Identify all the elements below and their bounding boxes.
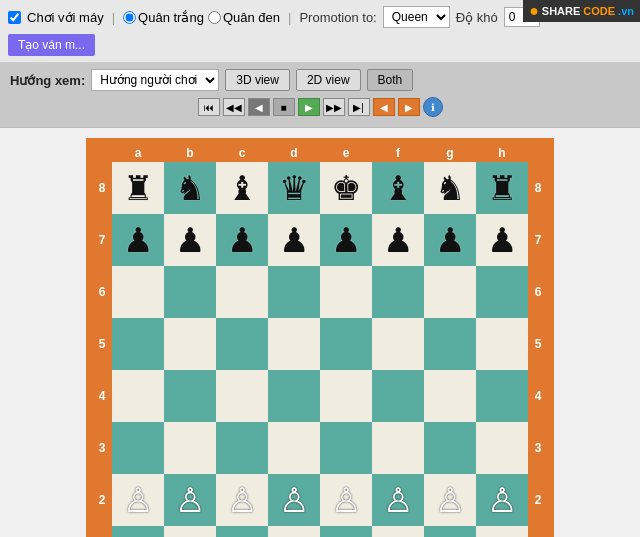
stop-button[interactable]: ■ — [273, 98, 295, 116]
right-rank-labels: 8 7 6 5 4 3 2 1 — [528, 162, 548, 537]
play-with-computer-checkbox[interactable] — [8, 11, 21, 24]
square-c2[interactable]: ♙ — [216, 474, 268, 526]
left-arrow-button[interactable]: ◀ — [373, 98, 395, 116]
square-c3[interactable] — [216, 422, 268, 474]
square-e3[interactable] — [320, 422, 372, 474]
rank-6-right: 6 — [528, 266, 548, 318]
chess-board: ShareCode.vn Copyright © ShareCode.vn ♜♞… — [112, 162, 528, 537]
rank-4-left: 4 — [92, 370, 112, 422]
square-g2[interactable]: ♙ — [424, 474, 476, 526]
square-d2[interactable]: ♙ — [268, 474, 320, 526]
square-f7[interactable]: ♟ — [372, 214, 424, 266]
3d-view-button[interactable]: 3D view — [225, 69, 290, 91]
square-g1[interactable]: ♘ — [424, 526, 476, 537]
square-h7[interactable]: ♟ — [476, 214, 528, 266]
square-a7[interactable]: ♟ — [112, 214, 164, 266]
logo: ● SHARECODE.vn — [523, 0, 640, 22]
square-d1[interactable]: ♕ — [268, 526, 320, 537]
both-view-button[interactable]: Both — [367, 69, 414, 91]
file-f-top: f — [372, 144, 424, 162]
square-h1[interactable]: ♖ — [476, 526, 528, 537]
create-game-button[interactable]: Tạo ván m... — [8, 34, 95, 56]
info-button[interactable]: ℹ — [423, 97, 443, 117]
square-e2[interactable]: ♙ — [320, 474, 372, 526]
square-f2[interactable]: ♙ — [372, 474, 424, 526]
2d-view-button[interactable]: 2D view — [296, 69, 361, 91]
square-a3[interactable] — [112, 422, 164, 474]
square-g4[interactable] — [424, 370, 476, 422]
square-e5[interactable] — [320, 318, 372, 370]
square-d3[interactable] — [268, 422, 320, 474]
square-a2[interactable]: ♙ — [112, 474, 164, 526]
square-h4[interactable] — [476, 370, 528, 422]
square-h6[interactable] — [476, 266, 528, 318]
prev1-button[interactable]: ◀ — [248, 98, 270, 116]
square-a1[interactable]: ♖ — [112, 526, 164, 537]
white-radio[interactable] — [123, 11, 136, 24]
piece-a7: ♟ — [123, 223, 153, 257]
square-f6[interactable] — [372, 266, 424, 318]
square-b1[interactable]: ♘ — [164, 526, 216, 537]
piece-e2: ♙ — [331, 483, 361, 517]
square-a6[interactable] — [112, 266, 164, 318]
piece-e8: ♚ — [331, 171, 361, 205]
square-b8[interactable]: ♞ — [164, 162, 216, 214]
square-b7[interactable]: ♟ — [164, 214, 216, 266]
black-radio[interactable] — [208, 11, 221, 24]
square-d7[interactable]: ♟ — [268, 214, 320, 266]
square-f4[interactable] — [372, 370, 424, 422]
square-e8[interactable]: ♚ — [320, 162, 372, 214]
square-f8[interactable]: ♝ — [372, 162, 424, 214]
prev2-button[interactable]: ◀◀ — [223, 98, 245, 116]
square-a8[interactable]: ♜ — [112, 162, 164, 214]
square-e7[interactable]: ♟ — [320, 214, 372, 266]
square-g5[interactable] — [424, 318, 476, 370]
square-d5[interactable] — [268, 318, 320, 370]
rank-8-left: 8 — [92, 162, 112, 214]
right-arrow-button[interactable]: ▶ — [398, 98, 420, 116]
white-radio-label[interactable]: Quân trắng — [123, 10, 204, 25]
square-e6[interactable] — [320, 266, 372, 318]
square-e1[interactable]: ♔ — [320, 526, 372, 537]
promotion-select[interactable]: Queen Rook Bishop Knight — [383, 6, 450, 28]
square-d6[interactable] — [268, 266, 320, 318]
square-b6[interactable] — [164, 266, 216, 318]
square-g6[interactable] — [424, 266, 476, 318]
square-h3[interactable] — [476, 422, 528, 474]
square-f5[interactable] — [372, 318, 424, 370]
square-h2[interactable]: ♙ — [476, 474, 528, 526]
square-c4[interactable] — [216, 370, 268, 422]
square-b5[interactable] — [164, 318, 216, 370]
square-g3[interactable] — [424, 422, 476, 474]
first-button[interactable]: ⏮ — [198, 98, 220, 116]
piece-e7: ♟ — [331, 223, 361, 257]
square-c6[interactable] — [216, 266, 268, 318]
square-c7[interactable]: ♟ — [216, 214, 268, 266]
square-b3[interactable] — [164, 422, 216, 474]
controls-bar: Hướng xem: Hướng người chơi Hướng trắng … — [0, 63, 640, 128]
square-h5[interactable] — [476, 318, 528, 370]
square-c8[interactable]: ♝ — [216, 162, 268, 214]
play-with-computer-label[interactable]: Chơi với máy — [27, 10, 104, 25]
square-h8[interactable]: ♜ — [476, 162, 528, 214]
black-radio-label[interactable]: Quân đen — [208, 10, 280, 25]
square-g8[interactable]: ♞ — [424, 162, 476, 214]
play-button[interactable]: ▶ — [298, 98, 320, 116]
next2-button[interactable]: ▶▶ — [323, 98, 345, 116]
square-d8[interactable]: ♛ — [268, 162, 320, 214]
last-button[interactable]: ▶| — [348, 98, 370, 116]
square-f1[interactable]: ♗ — [372, 526, 424, 537]
square-a4[interactable] — [112, 370, 164, 422]
square-c1[interactable]: ♗ — [216, 526, 268, 537]
square-a5[interactable] — [112, 318, 164, 370]
square-c5[interactable] — [216, 318, 268, 370]
piece-c8: ♝ — [227, 171, 257, 205]
square-f3[interactable] — [372, 422, 424, 474]
square-b4[interactable] — [164, 370, 216, 422]
square-d4[interactable] — [268, 370, 320, 422]
board-middle: 8 7 6 5 4 3 2 1 ShareCode.vn Copyright ©… — [92, 162, 548, 537]
view-select[interactable]: Hướng người chơi Hướng trắng Hướng đen — [91, 69, 219, 91]
square-b2[interactable]: ♙ — [164, 474, 216, 526]
square-e4[interactable] — [320, 370, 372, 422]
square-g7[interactable]: ♟ — [424, 214, 476, 266]
